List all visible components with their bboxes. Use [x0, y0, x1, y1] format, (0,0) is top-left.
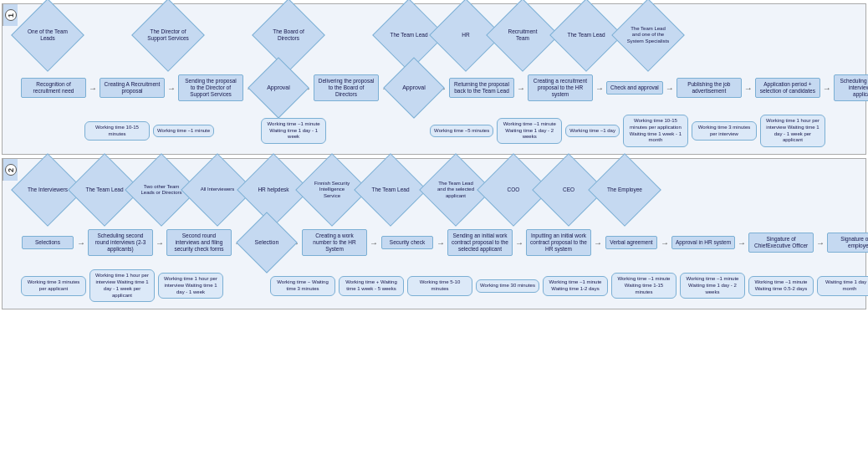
- lane-1-times: Working time 10-15 minutes Working time …: [19, 113, 868, 149]
- step-creating-proposal: Creating A Recruitment proposal: [100, 78, 165, 98]
- arrow-2-7: →: [515, 238, 523, 248]
- time-signature-employee: Working time ~1 minute Waiting time 0.5-…: [748, 276, 814, 296]
- lane-1-label: 1: [3, 4, 18, 26]
- actor-board-directors: The Board of Directors: [252, 0, 325, 72]
- time-approval-hr: Working time ~1 minute Waiting time 1-15…: [611, 273, 677, 299]
- lane-1: 1 One of the Team Leads The Director of …: [2, 3, 866, 155]
- lane-2-content: The Interviewers The Team Lead Two other…: [18, 159, 868, 309]
- time-creating-recruitment: Working time ~5 minutes: [430, 125, 493, 138]
- lane-1-actors: One of the Team Leads The Director of Su…: [19, 8, 868, 63]
- time-work-number: Working time ~ Waiting time 3 minutes: [270, 276, 335, 296]
- arrow-2-5: →: [370, 238, 378, 248]
- actor-one-team-leads: One of the Team Leads: [11, 0, 84, 72]
- step-check-approval: Check and approval: [606, 81, 663, 95]
- step-creating-recruitment: Creating a recruitment proposal to the H…: [528, 74, 593, 100]
- lane-1-content: One of the Team Leads The Director of Su…: [18, 4, 868, 154]
- arrow-2-8: →: [594, 238, 602, 248]
- step-signature-ceo: Singature of ChiefExecutive Officer: [748, 233, 814, 253]
- time-security-check: Working time + Waiting time 1 week - 5 w…: [339, 276, 404, 296]
- time-sending-contract: Working time 5-10 minutes: [407, 276, 472, 296]
- lane-1-number: 1: [5, 9, 17, 21]
- arrow-2-10: →: [738, 238, 746, 248]
- arrow-2-9: →: [661, 238, 669, 248]
- arrow-2-1: →: [77, 238, 85, 248]
- time-selections: Working time 3 minutes per applicant: [21, 276, 86, 296]
- time-first-day: Waiting time 1 day - 1 month: [817, 276, 868, 296]
- step-work-number: Creating a work number to the HR System: [302, 229, 367, 255]
- lane-2-number: 2: [5, 164, 17, 176]
- step-sending-proposal: Sending the proposal to the Director of …: [178, 74, 243, 100]
- step-approval-2: Approval: [383, 57, 445, 119]
- lane-2-steps: Selections → Scheduling second round int…: [19, 219, 868, 266]
- actor-director-support: The Director of Support Services: [131, 0, 205, 72]
- time-scheduling-second: Working time 1 hour per interview Waitin…: [89, 269, 155, 302]
- step-verbal-agreement: Verbal agreement: [605, 236, 657, 249]
- step-delivering: Delivering the proposal to the Board of …: [314, 74, 379, 100]
- time-scheduling-first: Working time 3 minutes per interview: [692, 121, 757, 141]
- arrow-11: →: [823, 84, 831, 93]
- step-scheduling-second: Scheduling second round interviews (2-3 …: [88, 229, 153, 255]
- step-application-period: Application period + selection of candid…: [755, 78, 820, 98]
- lane-2: 2 The Interviewers The Team Lead Two oth: [2, 158, 866, 309]
- arrow-1: →: [89, 84, 97, 93]
- step-scheduling-first: Scheduling first round interviews (3-4 a…: [834, 74, 868, 100]
- time-first-interviews: Working time 1 hour per interview Waitin…: [760, 115, 825, 147]
- arrow-2: →: [167, 84, 176, 93]
- time-sending: Working time ~1 minute: [153, 125, 214, 138]
- actor-team-lead-2b: The Team Lead: [354, 153, 427, 227]
- step-publishing: Publishing the job advertisement: [677, 78, 742, 98]
- time-publishing: Working time ~1 day: [565, 125, 620, 138]
- lane-1-steps: Recognition of recruitment need → Creati…: [19, 64, 868, 111]
- time-creating-proposal: Working time 10-15 minutes: [84, 121, 150, 141]
- time-verbal: Working time ~1 minute Waiting time 1-2 …: [543, 276, 608, 296]
- lane-2-actors: The Interviewers The Team Lead Two other…: [19, 162, 868, 217]
- time-inputting-contract: Working time 30 minutes: [476, 279, 539, 293]
- time-signature-ceo: Working time ~1 minute Waiting time 1 da…: [680, 273, 745, 299]
- actor-recruitment-team: Recruitment Team: [486, 0, 559, 72]
- step-approval-1: Approval: [248, 57, 309, 119]
- step-signature-employee: Signature of the employee: [827, 233, 868, 253]
- arrow-7: →: [517, 84, 525, 93]
- arrow-8: →: [595, 84, 604, 93]
- time-check: Working time ~1 minute Waiting time 1 da…: [497, 118, 562, 144]
- step-approval-hr: Approval in HR system: [671, 236, 735, 249]
- step-returning: Returning the proposal back to the Team …: [449, 78, 514, 98]
- time-second-interviews: Working time 1 hour per interview Waitin…: [158, 273, 223, 299]
- diagram-container: 1 One of the Team Leads The Director of …: [0, 0, 868, 316]
- step-sending-contract: Sending an initial work contract proposa…: [447, 229, 513, 255]
- arrow-9: →: [666, 84, 674, 93]
- step-recognition: Recognition of recruitment need: [21, 78, 86, 98]
- lane-2-times: Working time 3 minutes per applicant Wor…: [19, 268, 868, 304]
- arrow-2-2: →: [156, 238, 164, 248]
- step-security-check: Security check: [381, 236, 433, 249]
- arrow-2-11: →: [816, 238, 825, 248]
- actor-employee: The Employee: [588, 153, 661, 227]
- time-application: Working time 10-15 minutes per applicati…: [623, 115, 688, 147]
- lane-2-label: 2: [3, 159, 18, 181]
- time-delivering: Working time ~1 minute Waiting time 1 da…: [261, 118, 326, 144]
- arrow-2-6: →: [437, 238, 445, 248]
- step-inputting-contract: Inputting an initial work contract propo…: [526, 229, 591, 255]
- actor-team-lead-specialist: The Team Lead and one of the System Spec…: [611, 0, 685, 72]
- step-selections: Selections: [22, 236, 74, 249]
- arrow-10: →: [744, 84, 753, 93]
- step-selection: Selection: [236, 212, 298, 274]
- step-second-interviews: Second round interviews and filing secur…: [166, 229, 232, 255]
